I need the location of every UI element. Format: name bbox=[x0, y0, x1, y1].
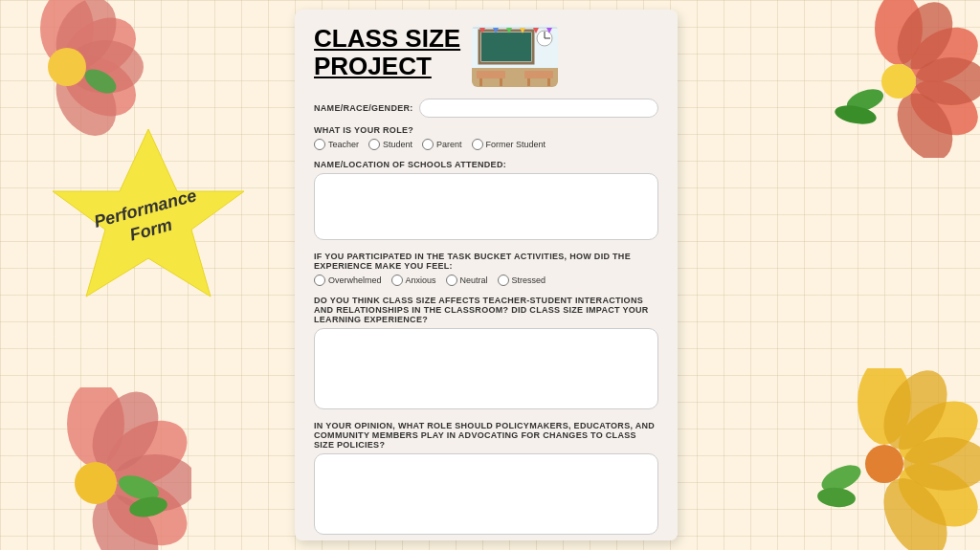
svg-point-16 bbox=[834, 102, 878, 126]
role-parent[interactable]: Parent bbox=[422, 139, 462, 150]
svg-point-3 bbox=[44, 0, 128, 80]
svg-point-19 bbox=[96, 467, 191, 550]
class-size-label: DO YOU THINK CLASS SIZE AFFECTS TEACHER-… bbox=[314, 296, 658, 324]
svg-point-30 bbox=[903, 437, 980, 491]
svg-rect-44 bbox=[479, 78, 482, 86]
svg-point-6 bbox=[48, 48, 86, 86]
form-title: CLASS SIZE PROJECT bbox=[314, 25, 460, 79]
svg-point-12 bbox=[915, 57, 980, 105]
policy-input[interactable] bbox=[314, 453, 658, 535]
svg-point-31 bbox=[871, 467, 960, 550]
svg-rect-38 bbox=[481, 33, 531, 61]
flower-bottom-left bbox=[0, 387, 191, 550]
svg-point-18 bbox=[96, 407, 191, 500]
role-parent-label: Parent bbox=[436, 140, 462, 149]
svg-point-8 bbox=[875, 0, 923, 65]
feeling-anxious-label: Anxious bbox=[406, 275, 436, 285]
svg-rect-47 bbox=[527, 78, 530, 86]
role-radio-group: Teacher Student Parent Former Student bbox=[314, 139, 658, 150]
task-bucket-label: IF YOU PARTICIPATED IN THE TASK BUCKET A… bbox=[314, 252, 658, 271]
title-text: CLASS SIZE PROJECT bbox=[314, 25, 460, 79]
feeling-stressed[interactable]: Stressed bbox=[498, 275, 546, 286]
form-header: CLASS SIZE PROJECT bbox=[314, 25, 658, 87]
svg-point-10 bbox=[901, 69, 980, 146]
role-teacher-radio[interactable] bbox=[314, 139, 325, 150]
svg-point-23 bbox=[75, 462, 117, 504]
flower-top-left bbox=[0, 0, 144, 143]
svg-point-26 bbox=[858, 368, 911, 445]
svg-rect-43 bbox=[477, 71, 505, 78]
form-card: CLASS SIZE PROJECT bbox=[295, 10, 678, 540]
star-container: Performance Form bbox=[53, 124, 244, 316]
svg-point-1 bbox=[54, 6, 144, 90]
svg-point-33 bbox=[817, 460, 864, 497]
svg-point-32 bbox=[865, 445, 903, 483]
svg-point-17 bbox=[67, 387, 124, 467]
role-teacher[interactable]: Teacher bbox=[314, 139, 359, 150]
role-former-student-label: Former Student bbox=[486, 140, 546, 149]
name-field-group: NAME/RACE/GENDER: bbox=[314, 99, 658, 118]
svg-point-29 bbox=[871, 368, 960, 461]
svg-point-25 bbox=[128, 495, 169, 520]
flower-bottom-right bbox=[789, 368, 980, 550]
role-student-label: Student bbox=[383, 140, 412, 149]
role-label: WHAT IS YOUR ROLE? bbox=[314, 125, 658, 135]
feeling-stressed-radio[interactable] bbox=[498, 275, 509, 286]
feeling-overwhelmed[interactable]: Overwhelmed bbox=[314, 275, 382, 286]
svg-point-28 bbox=[887, 451, 980, 539]
feeling-neutral[interactable]: Neutral bbox=[446, 275, 488, 286]
role-former-student[interactable]: Former Student bbox=[472, 139, 546, 150]
svg-point-27 bbox=[887, 388, 980, 477]
role-former-student-radio[interactable] bbox=[472, 139, 483, 150]
feelings-radio-group: Overwhelmed Anxious Neutral Stressed bbox=[314, 275, 658, 286]
name-input[interactable] bbox=[419, 99, 658, 118]
feeling-anxious-radio[interactable] bbox=[391, 275, 403, 286]
svg-point-7 bbox=[80, 64, 120, 98]
feeling-neutral-radio[interactable] bbox=[446, 275, 457, 286]
svg-point-11 bbox=[886, 0, 964, 79]
feeling-overwhelmed-label: Overwhelmed bbox=[328, 275, 382, 285]
svg-point-20 bbox=[79, 387, 172, 483]
svg-point-0 bbox=[40, 0, 94, 67]
svg-point-2 bbox=[54, 44, 144, 128]
policy-label: IN YOUR OPINION, WHAT ROLE SHOULD POLICY… bbox=[314, 421, 658, 450]
feeling-neutral-label: Neutral bbox=[460, 275, 488, 285]
class-size-input[interactable] bbox=[314, 328, 658, 409]
svg-point-22 bbox=[79, 483, 172, 550]
role-teacher-label: Teacher bbox=[328, 140, 359, 149]
svg-rect-46 bbox=[524, 71, 553, 78]
flower-top-right bbox=[813, 0, 980, 158]
feeling-stressed-label: Stressed bbox=[512, 275, 546, 285]
svg-rect-45 bbox=[500, 78, 502, 86]
schools-input[interactable] bbox=[314, 173, 658, 240]
svg-point-21 bbox=[112, 454, 191, 512]
role-student-radio[interactable] bbox=[368, 139, 380, 150]
schools-label: NAME/LOCATION OF SCHOOLS ATTENDED: bbox=[314, 160, 658, 169]
svg-point-15 bbox=[844, 85, 886, 116]
svg-point-24 bbox=[116, 471, 163, 505]
role-parent-radio[interactable] bbox=[422, 139, 434, 150]
feeling-anxious[interactable]: Anxious bbox=[391, 275, 436, 286]
feeling-overwhelmed-radio[interactable] bbox=[314, 275, 325, 286]
role-student[interactable]: Student bbox=[368, 139, 412, 150]
svg-point-13 bbox=[886, 83, 964, 158]
svg-point-9 bbox=[901, 16, 980, 94]
svg-point-14 bbox=[881, 64, 916, 99]
svg-point-4 bbox=[67, 40, 144, 94]
svg-point-34 bbox=[816, 486, 857, 508]
svg-rect-48 bbox=[547, 78, 550, 86]
classroom-illustration bbox=[472, 25, 558, 87]
name-label: NAME/RACE/GENDER: bbox=[314, 103, 413, 113]
